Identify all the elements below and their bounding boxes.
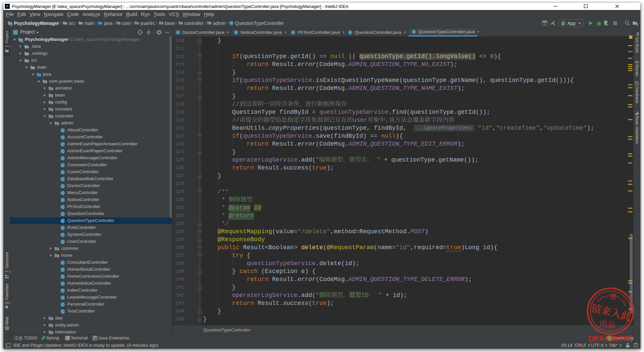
svg-text:C: C: [62, 135, 64, 139]
svg-text:C: C: [62, 275, 64, 278]
svg-text:C: C: [62, 170, 64, 174]
svg-text:C: C: [62, 240, 64, 244]
svg-text:C: C: [62, 268, 64, 271]
svg-text:C: C: [62, 310, 64, 313]
svg-text:C: C: [62, 233, 64, 237]
svg-text:C: C: [292, 31, 294, 34]
svg-text:C: C: [62, 205, 64, 209]
svg-text:C: C: [62, 142, 64, 146]
svg-text:C: C: [62, 163, 64, 167]
svg-text:C: C: [62, 296, 64, 299]
svg-text:C: C: [235, 31, 237, 34]
svg-text:m: m: [635, 60, 639, 64]
svg-text:C: C: [62, 198, 64, 202]
svg-text:C: C: [62, 289, 64, 292]
svg-text:C: C: [177, 31, 179, 34]
svg-text:C: C: [62, 191, 64, 195]
svg-text:C: C: [62, 156, 64, 160]
svg-text:C: C: [62, 261, 64, 264]
svg-text:C: C: [62, 282, 64, 285]
svg-text:C: C: [62, 149, 64, 153]
svg-text:C: C: [349, 31, 351, 34]
svg-text:C: C: [62, 303, 64, 306]
svg-text:C: C: [413, 30, 415, 34]
svg-text:EE: EE: [95, 338, 98, 340]
svg-text:C: C: [62, 184, 64, 188]
svg-text:C: C: [62, 177, 64, 181]
svg-text:C: C: [62, 212, 64, 216]
svg-text:C: C: [62, 226, 64, 230]
svg-text:C: C: [62, 128, 64, 132]
svg-text:C: C: [62, 219, 64, 223]
svg-text:C: C: [230, 22, 233, 25]
